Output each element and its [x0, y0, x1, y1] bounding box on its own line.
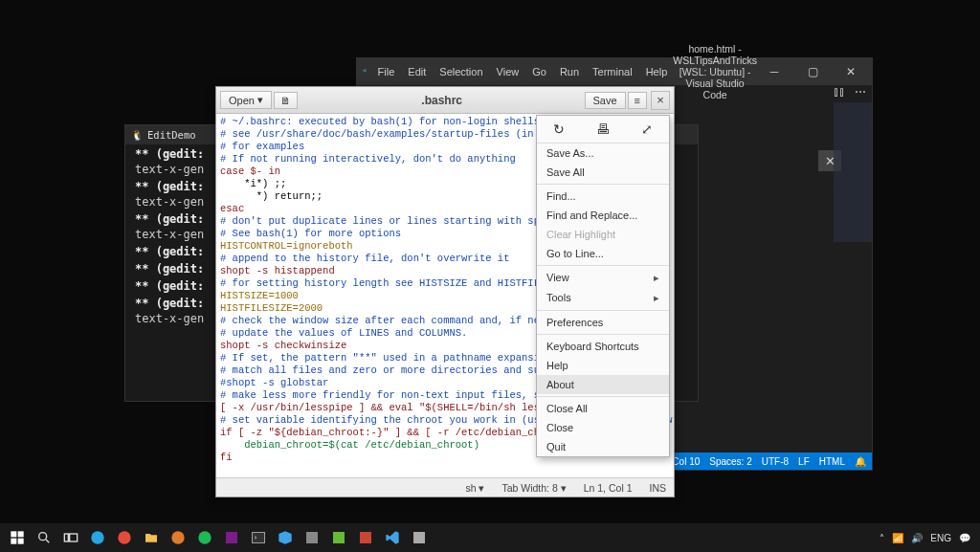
tray-sound-icon[interactable]: 🔊	[911, 533, 923, 543]
menu-help[interactable]: Help	[640, 63, 674, 80]
status-position: Ln 1, Col 1	[584, 482, 633, 494]
menu-item-save-as-[interactable]: Save As...	[537, 144, 669, 163]
menu-file[interactable]: File	[372, 63, 401, 80]
svg-rect-12	[252, 533, 264, 543]
menu-item-view[interactable]: View▸	[537, 268, 669, 288]
status-lang[interactable]: sh ▾	[465, 482, 484, 494]
menu-item-clear-highlight: Clear Highlight	[537, 225, 669, 244]
menu-item-help[interactable]: Help	[537, 356, 669, 375]
close-icon[interactable]: ✕	[834, 60, 868, 83]
taskview-icon[interactable]	[57, 524, 84, 551]
split-icon[interactable]: ⫿⫿	[834, 85, 845, 104]
tray-notify-icon[interactable]: 💬	[959, 533, 970, 543]
svg-rect-13	[306, 532, 318, 543]
menu-run[interactable]: Run	[554, 63, 585, 80]
menu-item-find-and-replace-[interactable]: Find and Replace...	[537, 206, 669, 225]
windows-taskbar: ˄ 📶 🔊 ENG 💬	[0, 523, 980, 552]
spotify-icon[interactable]	[191, 524, 218, 551]
status-spaces[interactable]: Spaces: 2	[709, 456, 751, 467]
menu-item-close[interactable]: Close	[537, 418, 669, 437]
hamburger-button[interactable]: ≡	[628, 92, 647, 109]
vscode-logo-icon	[363, 63, 367, 80]
app2-icon[interactable]	[406, 524, 433, 551]
gedit-filename: .bashrc	[300, 94, 585, 107]
svg-rect-11	[226, 532, 237, 543]
terminal-icon[interactable]	[245, 524, 272, 551]
app-red-icon[interactable]	[352, 524, 379, 551]
gedit-toolbar: Open▾ 🗎 .bashrc Save ≡ ×	[216, 87, 674, 114]
status-mode[interactable]: INS	[649, 482, 666, 494]
app-icon[interactable]	[299, 524, 325, 551]
fullscreen-icon[interactable]: ⤢	[625, 116, 669, 143]
menu-item-find-[interactable]: Find...	[537, 187, 669, 206]
menu-go[interactable]: Go	[526, 63, 552, 80]
menu-item-about[interactable]: About	[537, 375, 669, 394]
open-button[interactable]: Open▾	[220, 91, 272, 109]
svg-rect-1	[18, 531, 24, 537]
svg-rect-0	[11, 531, 16, 537]
menu-item-close-all[interactable]: Close All	[537, 399, 669, 418]
vscode-titlebar: File Edit Selection View Go Run Terminal…	[357, 58, 872, 85]
tray-wifi-icon[interactable]: 📶	[892, 533, 903, 543]
start-button[interactable]	[4, 524, 31, 551]
svg-rect-14	[333, 532, 345, 543]
minimap[interactable]	[834, 102, 872, 453]
close-button[interactable]: ×	[651, 91, 670, 110]
explorer-icon[interactable]	[138, 524, 165, 551]
svg-point-8	[118, 531, 130, 543]
menu-item-preferences[interactable]: Preferences	[537, 313, 669, 332]
more-icon[interactable]: ⋯	[855, 85, 866, 104]
menu-separator	[537, 184, 669, 185]
menu-item-save-all[interactable]: Save All	[537, 163, 669, 182]
menu-item-go-to-line-[interactable]: Go to Line...	[537, 244, 669, 263]
status-lang[interactable]: HTML	[819, 456, 845, 467]
menu-separator	[537, 396, 669, 397]
menu-terminal[interactable]: Terminal	[587, 63, 638, 80]
save-button[interactable]: Save	[585, 92, 626, 109]
menu-view[interactable]: View	[491, 63, 525, 80]
system-tray[interactable]: ˄ 📶 🔊 ENG 💬	[880, 533, 976, 543]
new-doc-button[interactable]: 🗎	[274, 92, 298, 109]
svg-rect-6	[70, 534, 78, 541]
svg-point-9	[171, 531, 184, 543]
search-icon[interactable]	[31, 524, 57, 551]
svg-point-4	[39, 533, 47, 541]
tray-lang[interactable]: ENG	[930, 533, 951, 543]
status-enc[interactable]: UTF-8	[762, 456, 789, 467]
firefox-icon[interactable]	[165, 524, 191, 551]
vscode-window-title: home.html - WSLTipsAndTricks [WSL: Ubunt…	[673, 43, 757, 100]
status-tabwidth[interactable]: Tab Width: 8 ▾	[501, 482, 566, 494]
svg-point-10	[198, 531, 211, 543]
camtasia-icon[interactable]	[325, 524, 352, 551]
tray-chevron-icon[interactable]: ˄	[880, 533, 884, 543]
edge-icon[interactable]	[84, 524, 111, 551]
menu-separator	[537, 265, 669, 266]
menu-item-tools[interactable]: Tools▸	[537, 288, 669, 308]
svg-rect-5	[64, 534, 68, 541]
menu-separator	[537, 334, 669, 335]
maximize-icon[interactable]: ▢	[795, 60, 830, 83]
vs-icon[interactable]	[272, 524, 299, 551]
menu-item-quit[interactable]: Quit	[537, 437, 669, 456]
notification-icon[interactable]: 🔔	[855, 456, 866, 467]
svg-rect-15	[360, 532, 371, 543]
penguin-icon: 🐧	[131, 129, 144, 142]
status-eol[interactable]: LF	[798, 456, 810, 467]
svg-point-7	[91, 531, 103, 543]
menu-icon-row: ↻ 🖶 ⤢	[537, 116, 669, 144]
chrome-icon[interactable]	[111, 524, 138, 551]
svg-rect-2	[11, 539, 16, 544]
chevron-down-icon: ▾	[257, 94, 263, 106]
print-icon[interactable]: 🖶	[581, 116, 625, 143]
minimize-icon[interactable]: ─	[757, 60, 791, 83]
onenote-icon[interactable]	[218, 524, 245, 551]
svg-rect-3	[18, 539, 24, 544]
chevron-right-icon: ▸	[654, 272, 659, 284]
menu-item-keyboard-shortcuts[interactable]: Keyboard Shortcuts	[537, 337, 669, 356]
menu-selection[interactable]: Selection	[434, 63, 488, 80]
vscode-task-icon[interactable]	[379, 524, 406, 551]
gedit-statusbar: sh ▾ Tab Width: 8 ▾ Ln 1, Col 1 INS	[216, 477, 674, 497]
reload-icon[interactable]: ↻	[537, 116, 581, 143]
vscode-menu: File Edit Selection View Go Run Terminal…	[372, 63, 674, 80]
menu-edit[interactable]: Edit	[402, 63, 432, 80]
